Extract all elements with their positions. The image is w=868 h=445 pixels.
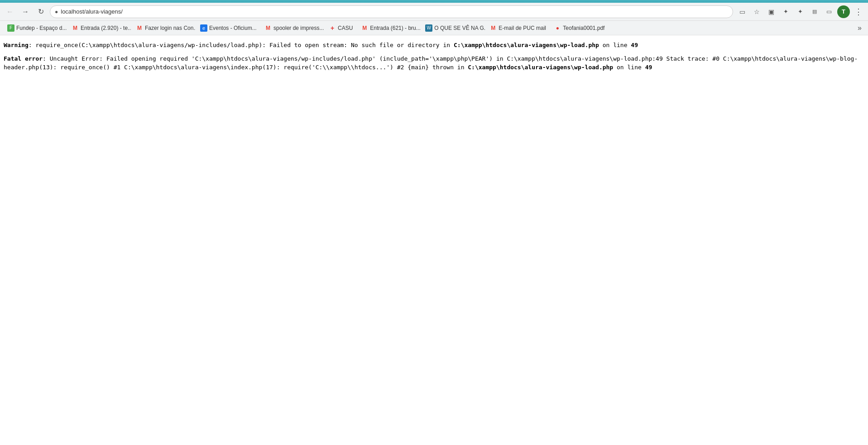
bookmark-casu[interactable]: + CASU	[325, 23, 356, 33]
bookmark-email-puc[interactable]: M E-mail de PUC mail	[486, 23, 549, 33]
warning-message: : require_once(C:\xampp\htdocs\alura-via…	[29, 42, 454, 48]
favicon-teofania: ●	[554, 24, 561, 32]
fatal-error-path: C:\xampp\htdocs\alura-viagens\wp-load.ph…	[468, 64, 613, 71]
favicon-eventos: e	[200, 24, 207, 32]
favicon-fundep: F	[7, 24, 14, 32]
window-button[interactable]: ▭	[823, 5, 835, 18]
bookmark-o-que-se-ve[interactable]: W O QUE SE VÊ NA G...	[422, 23, 485, 33]
cast-button[interactable]: ▭	[736, 5, 748, 18]
favicon-email-puc: M	[489, 24, 497, 32]
bookmark-email-puc-label: E-mail de PUC mail	[499, 25, 546, 31]
menu-button[interactable]: ⋮	[852, 5, 864, 18]
screenshot-button[interactable]: ▣	[765, 5, 777, 18]
forward-button[interactable]: →	[19, 5, 32, 18]
bookmark-fazer-login[interactable]: M Fazer login nas Con...	[132, 23, 196, 33]
bookmark-entrada-621[interactable]: M Entrada (621) - bru...	[357, 23, 421, 33]
bookmark-fundep[interactable]: F Fundep - Espaço d...	[4, 23, 67, 33]
favicon-o-que-se-ve: W	[425, 24, 432, 32]
warning-block: Warning: require_once(C:\xampp\htdocs\al…	[4, 41, 864, 50]
fatal-error-block: Fatal error: Uncaught Error: Failed open…	[4, 54, 864, 72]
fatal-error-on-line: on line	[613, 64, 645, 71]
favicon-entrada-2920: M	[72, 24, 79, 32]
bookmark-eventos-label: Eventos - Oficium...	[209, 25, 257, 31]
fatal-error-label: Fatal error	[4, 55, 43, 62]
fatal-error-message: : Uncaught Error: Failed opening require…	[4, 55, 858, 71]
browser-toolbar: ← → ↻ ● localhost/alura-viagens/ ▭ ☆ ▣ ✦…	[0, 3, 868, 21]
tab-button[interactable]: ▤	[808, 5, 821, 18]
address-text: localhost/alura-viagens/	[61, 8, 728, 15]
bookmark-star-button[interactable]: ☆	[750, 5, 763, 18]
extension-button-2[interactable]: ✦	[794, 5, 806, 18]
bookmark-entrada-2920[interactable]: M Entrada (2.920) - te...	[68, 23, 131, 33]
back-button[interactable]: ←	[4, 5, 16, 18]
warning-line-number: 49	[631, 42, 638, 48]
bookmark-teofania[interactable]: ● Teofania0001.pdf	[550, 23, 608, 33]
bookmarks-more-button[interactable]: »	[855, 23, 864, 33]
favicon-casu: +	[329, 24, 336, 32]
extension-button-1[interactable]: ✦	[779, 5, 792, 18]
bookmark-o-que-se-ve-label: O QUE SE VÊ NA G...	[434, 25, 485, 31]
address-lock-icon: ●	[55, 9, 58, 15]
bookmark-entrada-621-label: Entrada (621) - bru...	[370, 25, 420, 31]
bookmark-fazer-login-label: Fazer login nas Con...	[145, 25, 196, 31]
address-bar[interactable]: ● localhost/alura-viagens/	[50, 5, 733, 18]
bookmark-spooler[interactable]: M spooler de impress...	[261, 23, 324, 33]
favicon-fazer-login: M	[136, 24, 143, 32]
warning-on-line: on line	[599, 42, 631, 48]
bookmarks-bar: F Fundep - Espaço d... M Entrada (2.920)…	[0, 21, 868, 35]
profile-button[interactable]: T	[837, 5, 850, 18]
warning-label: Warning	[4, 42, 29, 48]
favicon-entrada-621: M	[361, 24, 368, 32]
page-content: Warning: require_once(C:\xampp\htdocs\al…	[0, 35, 868, 80]
bookmark-teofania-label: Teofania0001.pdf	[563, 25, 604, 31]
bookmark-eventos[interactable]: e Eventos - Oficium...	[197, 23, 260, 33]
bookmark-casu-label: CASU	[338, 25, 353, 31]
reload-button[interactable]: ↻	[34, 5, 47, 18]
toolbar-right: ▭ ☆ ▣ ✦ ✦ ▤ ▭ T ⋮	[736, 5, 864, 18]
favicon-spooler: M	[264, 24, 272, 32]
fatal-error-line-number: 49	[645, 64, 652, 71]
bookmark-spooler-label: spooler de impress...	[273, 25, 324, 31]
bookmark-fundep-label: Fundep - Espaço d...	[16, 25, 67, 31]
warning-path: C:\xampp\htdocs\alura-viagens\wp-load.ph…	[454, 42, 599, 48]
bookmark-entrada-2920-label: Entrada (2.920) - te...	[81, 25, 131, 31]
